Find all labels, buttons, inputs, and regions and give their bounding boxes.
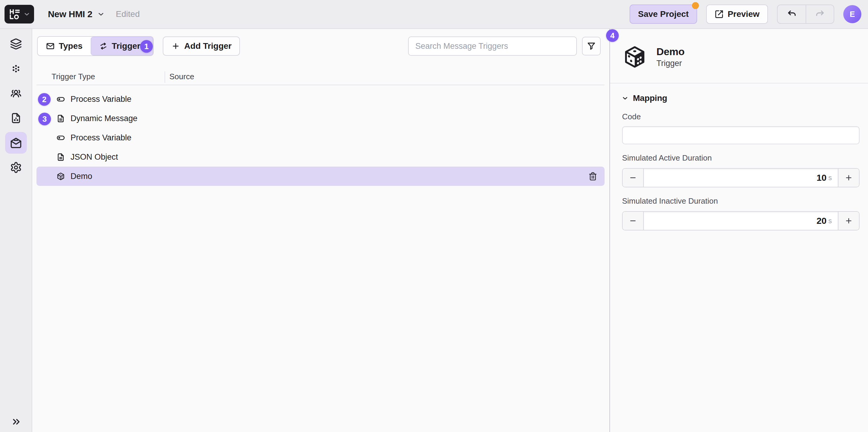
trigger-type-label: Dynamic Message bbox=[70, 114, 137, 123]
dots-grid-icon bbox=[10, 63, 22, 75]
trigger-type-label: Process Variable bbox=[70, 95, 131, 104]
filter-button[interactable] bbox=[582, 37, 601, 56]
search-input[interactable] bbox=[408, 36, 577, 56]
edited-status: Edited bbox=[116, 9, 140, 19]
unsaved-changes-dot bbox=[692, 2, 699, 9]
delete-trigger-button[interactable] bbox=[588, 172, 597, 181]
dice-icon bbox=[622, 44, 647, 70]
sidebar-item-settings[interactable] bbox=[5, 157, 27, 178]
table-row[interactable]: Process Variable bbox=[36, 128, 604, 147]
preview-label: Preview bbox=[727, 9, 760, 19]
chevrons-right-icon bbox=[11, 416, 22, 427]
sidebar-expand-button[interactable] bbox=[0, 416, 32, 427]
triggers-toolbar: Types Triggers Add Trigger bbox=[37, 36, 601, 56]
save-project-button[interactable]: Save Project bbox=[629, 4, 697, 24]
helio-logo-icon bbox=[8, 7, 22, 21]
split-icon bbox=[99, 41, 108, 51]
undo-button[interactable] bbox=[778, 5, 806, 23]
increment-button[interactable] bbox=[838, 169, 859, 187]
redo-icon bbox=[815, 9, 825, 19]
table-row[interactable]: Process Variable bbox=[36, 90, 604, 109]
column-header-source: Source bbox=[169, 72, 194, 81]
column-divider bbox=[164, 71, 165, 83]
inactive-duration-unit: s bbox=[829, 217, 832, 225]
annotation-badge-4: 4 bbox=[606, 29, 619, 42]
decrement-button[interactable] bbox=[623, 212, 644, 230]
helio-logo[interactable] bbox=[4, 5, 34, 24]
plus-icon bbox=[844, 173, 853, 182]
redo-button[interactable] bbox=[806, 5, 834, 23]
funnel-icon bbox=[587, 41, 596, 51]
save-project-label: Save Project bbox=[638, 9, 689, 19]
annotation-badge-1: 1 bbox=[140, 40, 153, 53]
mail-icon bbox=[46, 41, 55, 51]
sidebar-item-assets[interactable] bbox=[5, 107, 27, 129]
gear-icon bbox=[10, 162, 22, 173]
code-input[interactable] bbox=[622, 126, 860, 144]
project-menu-caret-icon[interactable] bbox=[97, 10, 105, 18]
file-text-icon bbox=[56, 114, 65, 123]
mail-open-icon bbox=[10, 136, 22, 149]
preview-button[interactable]: Preview bbox=[706, 4, 768, 24]
dice-icon bbox=[56, 172, 65, 181]
trigger-type-label: Process Variable bbox=[70, 133, 131, 142]
inactive-duration-value: 20 bbox=[816, 216, 827, 226]
trigger-type-label: JSON Object bbox=[70, 153, 118, 162]
toggle-icon bbox=[56, 95, 65, 104]
inspector-panel: Demo Trigger Mapping Code Simulated Acti… bbox=[610, 29, 868, 432]
inactive-duration-stepper: 20 s bbox=[622, 211, 860, 230]
add-trigger-button[interactable]: Add Trigger bbox=[163, 36, 240, 56]
triggers-panel: Types Triggers Add Trigger bbox=[32, 29, 610, 432]
table-header: Trigger Type Source bbox=[36, 71, 604, 85]
increment-button[interactable] bbox=[838, 212, 859, 230]
code-label: Code bbox=[622, 112, 859, 122]
sidebar-item-components[interactable] bbox=[5, 58, 27, 79]
types-triggers-segmented-control: Types Triggers bbox=[37, 36, 154, 56]
undo-icon bbox=[786, 9, 797, 19]
users-icon bbox=[10, 87, 22, 99]
inspector-divider bbox=[610, 83, 868, 84]
active-duration-unit: s bbox=[829, 174, 832, 182]
sidebar-item-layers[interactable] bbox=[5, 33, 27, 55]
inactive-duration-value-field[interactable]: 20 s bbox=[644, 212, 838, 230]
external-link-icon bbox=[715, 10, 724, 19]
decrement-button[interactable] bbox=[623, 169, 644, 187]
triggers-table: Trigger Type Source Process Variable Dyn… bbox=[36, 71, 604, 186]
toggle-icon bbox=[56, 133, 65, 142]
inspector-subtitle: Trigger bbox=[656, 59, 684, 68]
minus-icon bbox=[629, 173, 637, 182]
active-duration-stepper: 10 s bbox=[622, 168, 860, 188]
plus-icon bbox=[171, 41, 180, 51]
mapping-section-toggle[interactable]: Mapping bbox=[621, 93, 859, 103]
inactive-duration-label: Simulated Inactive Duration bbox=[622, 196, 859, 206]
table-row[interactable]: Dynamic Message bbox=[36, 109, 604, 128]
file-image-icon bbox=[10, 112, 22, 124]
chevron-down-icon bbox=[23, 10, 30, 18]
trigger-type-label: Demo bbox=[70, 172, 92, 181]
file-text-icon bbox=[56, 153, 65, 162]
annotation-badge-3: 3 bbox=[38, 113, 51, 125]
table-row[interactable]: JSON Object bbox=[36, 147, 604, 167]
sidebar-item-messages[interactable] bbox=[5, 132, 27, 154]
tab-types[interactable]: Types bbox=[38, 37, 91, 56]
mapping-section-label: Mapping bbox=[633, 93, 667, 103]
sidebar-item-users[interactable] bbox=[5, 82, 27, 104]
top-bar: New HMI 2 Edited Save Project Preview bbox=[0, 0, 868, 29]
project-title: New HMI 2 bbox=[48, 9, 92, 19]
layers-icon bbox=[10, 38, 22, 50]
history-button-group bbox=[777, 4, 834, 24]
user-avatar[interactable]: E bbox=[843, 5, 861, 23]
inspector-header: Demo Trigger bbox=[610, 29, 868, 70]
chevron-down-icon bbox=[621, 95, 629, 102]
active-duration-value: 10 bbox=[816, 173, 827, 183]
inspector-title: Demo bbox=[656, 46, 684, 58]
trash-icon bbox=[588, 172, 597, 181]
active-duration-label: Simulated Active Duration bbox=[622, 153, 859, 163]
avatar-initial: E bbox=[849, 10, 855, 19]
column-header-trigger-type: Trigger Type bbox=[52, 72, 95, 81]
plus-icon bbox=[844, 217, 853, 225]
left-sidebar bbox=[0, 29, 32, 432]
active-duration-value-field[interactable]: 10 s bbox=[644, 169, 838, 187]
table-row-selected[interactable]: Demo bbox=[36, 167, 604, 186]
minus-icon bbox=[629, 217, 637, 225]
